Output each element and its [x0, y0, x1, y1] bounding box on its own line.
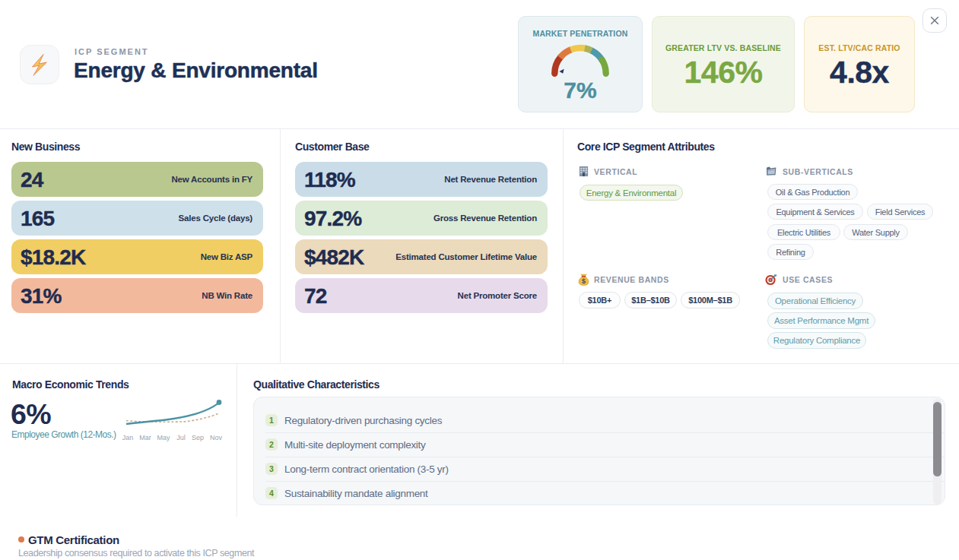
- svg-text:Jan: Jan: [122, 434, 134, 441]
- svg-text:$: $: [582, 277, 586, 285]
- svg-text:Sep: Sep: [192, 434, 204, 441]
- svg-text:Mar: Mar: [139, 434, 151, 441]
- svg-text:May: May: [157, 434, 170, 441]
- svg-text:Jul: Jul: [176, 434, 186, 441]
- svg-text:Nov: Nov: [210, 434, 223, 441]
